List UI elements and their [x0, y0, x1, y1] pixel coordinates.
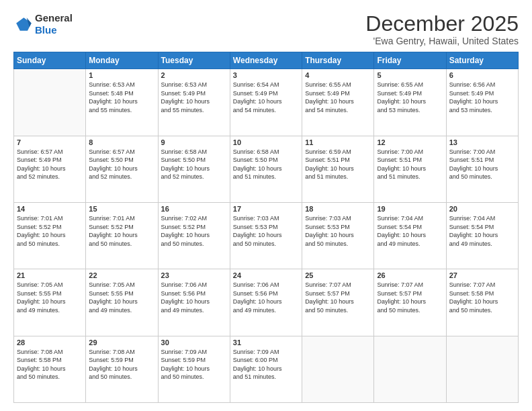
calendar-cell: 7Sunrise: 6:57 AM Sunset: 5:49 PM Daylig… [14, 136, 86, 202]
day-info: Sunrise: 7:07 AM Sunset: 5:58 PM Dayligh… [449, 281, 515, 314]
day-info: Sunrise: 7:00 AM Sunset: 5:51 PM Dayligh… [377, 148, 443, 181]
calendar-week-row: 28Sunrise: 7:08 AM Sunset: 5:58 PM Dayli… [14, 336, 519, 402]
day-info: Sunrise: 6:53 AM Sunset: 5:49 PM Dayligh… [161, 81, 227, 114]
day-info: Sunrise: 7:06 AM Sunset: 5:56 PM Dayligh… [161, 281, 227, 314]
calendar-cell: 16Sunrise: 7:02 AM Sunset: 5:52 PM Dayli… [158, 202, 230, 269]
calendar-cell: 6Sunrise: 6:56 AM Sunset: 5:49 PM Daylig… [446, 69, 518, 136]
day-info: Sunrise: 7:09 AM Sunset: 5:59 PM Dayligh… [161, 348, 227, 381]
calendar-header-row: SundayMondayTuesdayWednesdayThursdayFrid… [14, 52, 519, 69]
calendar-cell: 13Sunrise: 7:00 AM Sunset: 5:51 PM Dayli… [446, 136, 518, 202]
calendar-day-header: Wednesday [230, 52, 302, 69]
calendar-week-row: 21Sunrise: 7:05 AM Sunset: 5:55 PM Dayli… [14, 269, 519, 336]
day-number: 7 [17, 138, 83, 146]
day-info: Sunrise: 7:07 AM Sunset: 5:57 PM Dayligh… [377, 281, 443, 314]
calendar-week-row: 7Sunrise: 6:57 AM Sunset: 5:49 PM Daylig… [14, 136, 519, 202]
calendar-day-header: Tuesday [158, 52, 230, 69]
day-number: 26 [377, 271, 443, 279]
day-info: Sunrise: 6:58 AM Sunset: 5:50 PM Dayligh… [233, 148, 299, 181]
calendar-cell: 14Sunrise: 7:01 AM Sunset: 5:52 PM Dayli… [14, 202, 86, 269]
calendar-cell: 23Sunrise: 7:06 AM Sunset: 5:56 PM Dayli… [158, 269, 230, 336]
day-info: Sunrise: 7:02 AM Sunset: 5:52 PM Dayligh… [161, 214, 227, 248]
day-number: 31 [233, 338, 299, 347]
day-number: 16 [161, 205, 227, 213]
day-number: 20 [449, 205, 515, 213]
logo-general: General [35, 12, 73, 24]
day-info: Sunrise: 6:53 AM Sunset: 5:48 PM Dayligh… [89, 81, 154, 114]
day-info: Sunrise: 7:03 AM Sunset: 5:53 PM Dayligh… [233, 214, 299, 248]
day-number: 5 [377, 71, 443, 79]
day-number: 30 [161, 338, 227, 347]
header: General Blue December 2025 'Ewa Gentry, … [13, 12, 519, 46]
title-block: December 2025 'Ewa Gentry, Hawaii, Unite… [365, 12, 519, 46]
day-info: Sunrise: 6:57 AM Sunset: 5:49 PM Dayligh… [17, 148, 83, 181]
calendar-day-header: Sunday [14, 52, 86, 69]
logo-blue: Blue [35, 24, 73, 36]
calendar-table: SundayMondayTuesdayWednesdayThursdayFrid… [13, 52, 519, 403]
calendar-cell: 11Sunrise: 6:59 AM Sunset: 5:51 PM Dayli… [302, 136, 374, 202]
day-number: 11 [305, 138, 371, 146]
day-info: Sunrise: 7:08 AM Sunset: 5:59 PM Dayligh… [89, 348, 154, 381]
day-number: 9 [161, 138, 227, 146]
calendar-cell: 21Sunrise: 7:05 AM Sunset: 5:55 PM Dayli… [14, 269, 86, 336]
calendar-cell: 25Sunrise: 7:07 AM Sunset: 5:57 PM Dayli… [302, 269, 374, 336]
day-info: Sunrise: 7:00 AM Sunset: 5:51 PM Dayligh… [449, 148, 515, 181]
page: General Blue December 2025 'Ewa Gentry, … [0, 0, 532, 411]
day-number: 10 [233, 138, 299, 146]
calendar-day-header: Thursday [302, 52, 374, 69]
day-info: Sunrise: 7:05 AM Sunset: 5:55 PM Dayligh… [17, 281, 83, 314]
calendar-cell: 26Sunrise: 7:07 AM Sunset: 5:57 PM Dayli… [374, 269, 446, 336]
day-number: 28 [17, 338, 83, 347]
day-number: 14 [17, 205, 83, 213]
calendar-week-row: 1Sunrise: 6:53 AM Sunset: 5:48 PM Daylig… [14, 69, 519, 136]
calendar-cell: 3Sunrise: 6:54 AM Sunset: 5:49 PM Daylig… [230, 69, 302, 136]
calendar-day-header: Monday [86, 52, 158, 69]
day-info: Sunrise: 6:54 AM Sunset: 5:49 PM Dayligh… [233, 81, 299, 114]
day-number: 21 [17, 271, 83, 279]
day-number: 18 [305, 205, 371, 213]
calendar-cell: 29Sunrise: 7:08 AM Sunset: 5:59 PM Dayli… [86, 336, 158, 402]
day-number: 12 [377, 138, 443, 146]
day-number: 3 [233, 71, 299, 79]
main-title: December 2025 [365, 12, 519, 36]
day-number: 17 [233, 205, 299, 213]
logo-icon [13, 15, 32, 34]
calendar-cell: 20Sunrise: 7:04 AM Sunset: 5:54 PM Dayli… [446, 202, 518, 269]
day-number: 25 [305, 271, 371, 279]
calendar-cell: 17Sunrise: 7:03 AM Sunset: 5:53 PM Dayli… [230, 202, 302, 269]
calendar-cell: 1Sunrise: 6:53 AM Sunset: 5:48 PM Daylig… [86, 69, 158, 136]
day-number: 23 [161, 271, 227, 279]
logo-text: General Blue [35, 12, 73, 36]
day-number: 27 [449, 271, 515, 279]
calendar-cell: 9Sunrise: 6:58 AM Sunset: 5:50 PM Daylig… [158, 136, 230, 202]
day-number: 22 [89, 271, 154, 279]
day-number: 13 [449, 138, 515, 146]
day-info: Sunrise: 6:58 AM Sunset: 5:50 PM Dayligh… [161, 148, 227, 181]
day-number: 29 [89, 338, 154, 347]
day-info: Sunrise: 7:09 AM Sunset: 6:00 PM Dayligh… [233, 348, 299, 381]
calendar-cell [302, 336, 374, 402]
calendar-cell: 18Sunrise: 7:03 AM Sunset: 5:53 PM Dayli… [302, 202, 374, 269]
logo: General Blue [13, 12, 73, 36]
calendar-day-header: Saturday [446, 52, 518, 69]
day-info: Sunrise: 7:06 AM Sunset: 5:56 PM Dayligh… [233, 281, 299, 314]
calendar-cell: 19Sunrise: 7:04 AM Sunset: 5:54 PM Dayli… [374, 202, 446, 269]
calendar-day-header: Friday [374, 52, 446, 69]
day-number: 19 [377, 205, 443, 213]
day-info: Sunrise: 6:59 AM Sunset: 5:51 PM Dayligh… [305, 148, 371, 181]
calendar-cell: 8Sunrise: 6:57 AM Sunset: 5:50 PM Daylig… [86, 136, 158, 202]
day-info: Sunrise: 6:56 AM Sunset: 5:49 PM Dayligh… [449, 81, 515, 114]
day-number: 15 [89, 205, 154, 213]
calendar-cell [446, 336, 518, 402]
calendar-cell: 5Sunrise: 6:55 AM Sunset: 5:49 PM Daylig… [374, 69, 446, 136]
day-number: 24 [233, 271, 299, 279]
calendar-cell: 12Sunrise: 7:00 AM Sunset: 5:51 PM Dayli… [374, 136, 446, 202]
day-info: Sunrise: 7:01 AM Sunset: 5:52 PM Dayligh… [89, 214, 154, 248]
day-number: 4 [305, 71, 371, 79]
calendar-cell [14, 69, 86, 136]
day-info: Sunrise: 7:07 AM Sunset: 5:57 PM Dayligh… [305, 281, 371, 314]
day-info: Sunrise: 7:03 AM Sunset: 5:53 PM Dayligh… [305, 214, 371, 248]
calendar-cell: 2Sunrise: 6:53 AM Sunset: 5:49 PM Daylig… [158, 69, 230, 136]
day-info: Sunrise: 7:08 AM Sunset: 5:58 PM Dayligh… [17, 348, 83, 381]
calendar-cell: 27Sunrise: 7:07 AM Sunset: 5:58 PM Dayli… [446, 269, 518, 336]
day-info: Sunrise: 7:04 AM Sunset: 5:54 PM Dayligh… [449, 214, 515, 248]
